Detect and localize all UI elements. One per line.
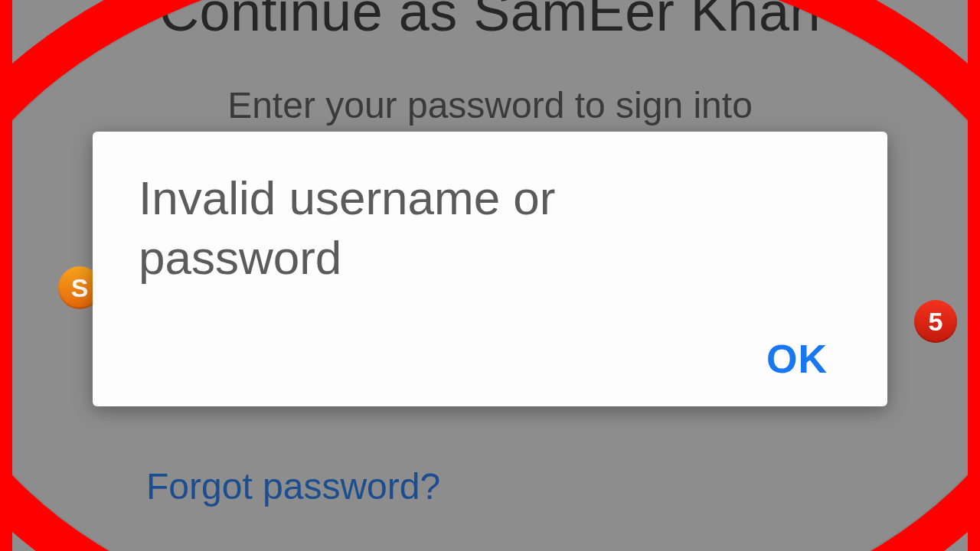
ok-button[interactable]: OK (753, 333, 841, 385)
annotation-frame: Continue as SamEer Khan Enter your passw… (0, 0, 980, 551)
error-dialog: Invalid username or password OK (93, 132, 887, 406)
dialog-actions: OK (139, 333, 841, 385)
error-message: Invalid username or password (139, 168, 736, 287)
dimmed-screen: Continue as SamEer Khan Enter your passw… (12, 0, 968, 551)
forgot-password-link[interactable]: Forgot password? (146, 465, 440, 507)
notification-badge-icon: 5 (914, 300, 957, 343)
enter-password-subtitle: Enter your password to sign into (12, 84, 968, 126)
continue-as-title: Continue as SamEer Khan (12, 0, 968, 43)
